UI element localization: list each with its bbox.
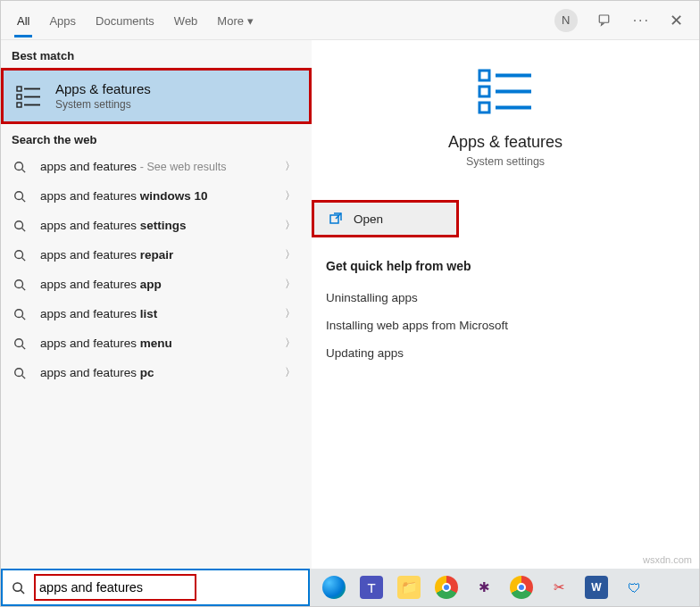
chevron-right-icon: 〉 <box>285 247 299 262</box>
web-result-item[interactable]: apps and features settings 〉 <box>1 211 312 240</box>
web-result-text: apps and features pc <box>40 366 154 379</box>
best-match-label: Best match <box>1 40 312 68</box>
search-input[interactable] <box>39 578 191 597</box>
chevron-right-icon: 〉 <box>285 188 299 204</box>
svg-point-7 <box>15 162 23 170</box>
bottom-bar: T 📁 ✱ ✂ W 🛡 <box>1 569 699 606</box>
web-result-text: apps and features repair <box>40 248 173 262</box>
open-icon <box>329 212 343 226</box>
svg-line-31 <box>21 590 24 594</box>
chevron-right-icon: 〉 <box>285 306 299 321</box>
details-subtitle: System settings <box>466 155 545 168</box>
svg-rect-25 <box>479 87 489 96</box>
taskbar-edge-icon[interactable] <box>322 576 346 599</box>
best-match-title: Apps & features <box>55 81 151 96</box>
taskbar-slack-icon[interactable]: ✱ <box>472 576 496 599</box>
search-icon <box>13 308 28 320</box>
tab-documents[interactable]: Documents <box>96 4 154 37</box>
svg-point-30 <box>13 582 21 590</box>
svg-rect-27 <box>479 103 489 112</box>
open-button[interactable]: Open <box>312 200 459 237</box>
svg-line-10 <box>22 198 26 202</box>
web-result-item[interactable]: apps and features menu 〉 <box>1 328 312 358</box>
avatar[interactable]: N <box>554 9 578 32</box>
svg-line-22 <box>22 375 26 378</box>
svg-point-17 <box>15 309 23 317</box>
apps-features-icon <box>16 83 43 110</box>
search-web-label: Search the web <box>1 124 312 152</box>
help-link-installing[interactable]: Installing web apps from Microsoft <box>312 312 699 339</box>
chevron-right-icon: 〉 <box>285 218 299 233</box>
top-tabs-bar: All Apps Documents Web More ▾ N ··· ✕ <box>1 1 699 40</box>
web-result-text: apps and features settings <box>40 219 187 232</box>
search-icon <box>13 337 28 350</box>
svg-line-20 <box>22 345 26 349</box>
apps-features-large-icon <box>476 67 535 117</box>
tab-all[interactable]: All <box>17 4 29 37</box>
help-link-updating[interactable]: Updating apps <box>312 339 699 367</box>
taskbar-teams-icon[interactable]: T <box>360 576 383 599</box>
svg-line-12 <box>22 228 26 231</box>
web-result-text: apps and features windows 10 <box>40 189 208 203</box>
main-area: Best match Apps & features System settin… <box>1 40 699 569</box>
best-match-result[interactable]: Apps & features System settings <box>1 68 312 124</box>
watermark: wsxdn.com <box>643 554 692 565</box>
feedback-icon[interactable] <box>597 12 613 29</box>
search-icon <box>13 190 28 203</box>
svg-line-16 <box>22 287 26 290</box>
taskbar-security-icon[interactable]: 🛡 <box>622 576 646 599</box>
svg-line-14 <box>22 257 26 261</box>
svg-rect-5 <box>17 103 21 107</box>
web-result-item[interactable]: apps and features repair 〉 <box>1 240 312 270</box>
search-icon <box>13 367 28 379</box>
search-icon <box>13 220 28 232</box>
more-options-icon[interactable]: ··· <box>633 12 650 29</box>
web-result-text: apps and features menu <box>40 337 172 350</box>
taskbar-word-icon[interactable]: W <box>585 576 608 599</box>
taskbar-snip-icon[interactable]: ✂ <box>547 576 571 599</box>
web-result-item[interactable]: apps and features app 〉 <box>1 270 312 299</box>
svg-point-13 <box>15 250 23 258</box>
chevron-right-icon: 〉 <box>285 336 299 351</box>
details-hero: Apps & features System settings <box>312 40 699 184</box>
tab-more[interactable]: More ▾ <box>217 4 253 37</box>
search-icon <box>13 161 28 173</box>
svg-line-8 <box>22 169 26 172</box>
web-result-text: apps and features list <box>40 307 157 320</box>
quick-help-label: Get quick help from web <box>312 237 699 284</box>
help-link-uninstalling[interactable]: Uninstalling apps <box>312 284 699 312</box>
svg-rect-1 <box>17 87 21 91</box>
taskbar-explorer-icon[interactable]: 📁 <box>397 576 421 599</box>
web-result-item[interactable]: apps and features list 〉 <box>1 299 312 328</box>
chevron-right-icon: 〉 <box>285 159 299 174</box>
close-icon[interactable]: ✕ <box>670 11 683 30</box>
svg-point-9 <box>15 191 23 199</box>
search-icon <box>3 581 34 595</box>
web-result-text: apps and features - See web results <box>40 160 226 173</box>
svg-point-15 <box>15 279 23 287</box>
search-icon <box>13 249 28 262</box>
web-result-item[interactable]: apps and features windows 10 〉 <box>1 181 312 211</box>
details-title: Apps & features <box>448 133 562 152</box>
chevron-right-icon: 〉 <box>285 277 299 292</box>
open-label: Open <box>354 212 383 226</box>
svg-point-19 <box>15 338 23 346</box>
web-result-text: apps and features app <box>40 278 162 291</box>
tab-apps[interactable]: Apps <box>49 4 76 37</box>
svg-line-18 <box>22 316 26 320</box>
results-panel: Best match Apps & features System settin… <box>1 40 312 569</box>
details-panel: Apps & features System settings Open Get… <box>312 40 699 569</box>
tab-web[interactable]: Web <box>174 4 198 37</box>
web-results-list: apps and features - See web results〉apps… <box>1 152 312 387</box>
web-result-item[interactable]: apps and features pc 〉 <box>1 358 312 387</box>
web-result-item[interactable]: apps and features - See web results〉 <box>1 152 312 181</box>
taskbar-chrome2-icon[interactable] <box>510 576 533 599</box>
taskbar: T 📁 ✱ ✂ W 🛡 <box>310 569 699 606</box>
search-box[interactable] <box>1 569 310 606</box>
best-match-subtitle: System settings <box>55 98 151 111</box>
search-icon <box>13 279 28 291</box>
svg-point-21 <box>15 368 23 376</box>
svg-rect-23 <box>479 71 489 80</box>
svg-point-11 <box>15 220 23 229</box>
taskbar-chrome-icon[interactable] <box>435 576 458 599</box>
